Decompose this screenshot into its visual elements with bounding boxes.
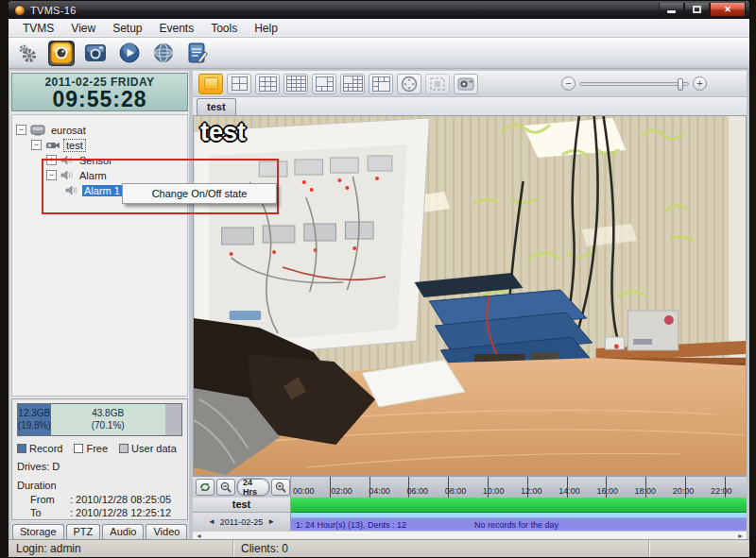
segment-size: 12.3GB	[18, 408, 50, 420]
duration-to-value: : 2010/12/28 12:25:12	[70, 506, 171, 519]
playback-camera-icon[interactable]	[82, 41, 109, 66]
legend-label: Record	[29, 443, 62, 454]
tree-item-camera[interactable]: − test	[31, 138, 187, 152]
fullscreen-button[interactable]	[425, 74, 450, 94]
tree-label-sensor[interactable]: Sensor	[77, 155, 114, 166]
digital-zoom-slider: − +	[561, 76, 707, 91]
zoom-out-icon[interactable]: −	[561, 76, 576, 91]
timeline-ruler[interactable]: 00:0002:0004:0006:0008:0010:0012:0014:00…	[291, 477, 747, 498]
disk-segment	[165, 404, 181, 435]
side-tab[interactable]: Audio	[102, 524, 144, 539]
disk-legend: Record Free User data	[17, 443, 182, 454]
expand-icon[interactable]: +	[46, 155, 57, 165]
main-area: 2011-02-25 FRIDAY 09:55:28 − eurosat −	[9, 69, 749, 539]
hour-label: 10:00	[481, 486, 519, 498]
record-track-bar[interactable]	[291, 498, 747, 513]
collapse-icon[interactable]: −	[16, 125, 26, 135]
tree-label-server[interactable]: eurosat	[49, 125, 88, 136]
layout-2x2-button[interactable]	[227, 74, 251, 94]
hour-label: 06:00	[405, 486, 443, 498]
menu-item[interactable]: Events	[151, 20, 203, 37]
menu-item[interactable]: Setup	[104, 20, 150, 37]
video-display[interactable]: test	[193, 116, 747, 476]
view-tab-test[interactable]: test	[197, 98, 236, 115]
next-day-icon[interactable]: ►	[267, 517, 275, 526]
hour-label: 12:00	[519, 486, 557, 498]
zoom-slider-track[interactable]	[579, 82, 689, 86]
layout-6view-button[interactable]	[312, 74, 336, 94]
tree-label-alarm[interactable]: Alarm	[77, 170, 109, 181]
scroll-right-icon[interactable]: ►	[737, 533, 744, 539]
storage-panel: 12.3GB (19.8%) 43.8GB (70.1%) Record	[11, 398, 188, 520]
collapse-icon[interactable]: −	[31, 140, 42, 150]
duration-title: Duration	[17, 480, 182, 491]
duration-to-label: To	[30, 506, 70, 519]
prev-day-icon[interactable]: ◄	[208, 517, 215, 526]
disk-segment: 12.3GB (19.8%)	[18, 404, 51, 435]
layout-8view-button[interactable]	[369, 74, 393, 94]
scroll-left-icon[interactable]: ◄	[196, 533, 202, 539]
minimize-button[interactable]	[659, 3, 684, 17]
timeline-range-button[interactable]: 24 Hrs	[237, 479, 269, 496]
snapshot-button[interactable]	[454, 74, 478, 94]
segment-size: 43.8GB	[92, 408, 124, 420]
summary-track-bar[interactable]: 1: 24 Hour(s) (13), Dents : 12 No record…	[291, 518, 747, 531]
layout-13view-button[interactable]	[340, 74, 365, 94]
tree-item-sensor[interactable]: + Sensor	[46, 153, 187, 167]
tree-item-server[interactable]: − eurosat	[16, 123, 187, 137]
tree-label-alarm-child[interactable]: Alarm 1	[82, 185, 122, 196]
hour-label: 16:00	[594, 486, 632, 498]
hour-label: 04:00	[367, 486, 404, 498]
timeline-scrollbar[interactable]: ◄ ►	[193, 531, 747, 539]
hour-label: 08:00	[443, 486, 481, 498]
layout-3x3-button[interactable]	[255, 74, 280, 94]
main-toolbar	[9, 38, 749, 69]
app-icon	[14, 5, 26, 16]
layout-single-button[interactable]	[198, 74, 223, 94]
network-globe-icon[interactable]	[150, 41, 177, 66]
collapse-icon[interactable]: −	[46, 170, 57, 180]
right-panel: − + test	[193, 71, 747, 539]
legend-swatch	[74, 444, 83, 453]
context-menu-item-change-state[interactable]: Change On/Off state	[123, 188, 276, 199]
refresh-icon[interactable]	[196, 479, 215, 496]
play-icon[interactable]	[116, 41, 143, 66]
tree-item-alarm[interactable]: − Alarm	[46, 168, 187, 182]
live-view-icon[interactable]	[48, 41, 75, 66]
tree-label-camera[interactable]: test	[64, 140, 85, 151]
side-tab[interactable]: PTZ	[66, 524, 101, 539]
log-edit-icon[interactable]	[184, 41, 211, 66]
disk-usage-bar: 12.3GB (19.8%) 43.8GB (70.1%)	[17, 403, 182, 436]
legend-label: User data	[131, 443, 177, 454]
close-button[interactable]: ✕	[710, 3, 746, 17]
layout-4x4-button[interactable]	[284, 74, 308, 94]
title-bar[interactable]: TVMS-16 ✕	[9, 1, 749, 19]
timeline-zoom-out-icon[interactable]	[216, 479, 235, 496]
menu-item[interactable]: Help	[246, 20, 286, 37]
timeline-controls: 24 Hrs	[193, 477, 291, 498]
menu-item[interactable]: Tools	[202, 20, 246, 37]
menu-item[interactable]: View	[62, 20, 104, 37]
layout-toolbar: − +	[193, 71, 747, 97]
sensor-speaker-icon	[60, 155, 74, 165]
clients-status: Clients: 0	[233, 540, 649, 557]
timeline-camera-label[interactable]: test	[193, 498, 290, 513]
settings-gears-icon[interactable]	[14, 41, 41, 66]
server-icon	[30, 125, 45, 136]
legend-item: Free	[74, 443, 108, 454]
sequence-button[interactable]	[397, 74, 421, 94]
camera-scene	[194, 116, 746, 475]
side-tab[interactable]: Storage	[12, 524, 64, 539]
menu-item[interactable]: TVMS	[14, 20, 62, 37]
timeline-zoom-in-icon[interactable]	[271, 479, 290, 496]
side-tab[interactable]: Video	[146, 524, 187, 539]
desktop-background: TVMS-16 ✕ TVMSViewSetupEventsToolsHelp	[0, 0, 756, 558]
alarm-speaker-icon	[65, 185, 78, 195]
hour-label: 00:00	[291, 486, 329, 498]
zoom-slider-handle[interactable]	[678, 78, 683, 91]
segment-percent: (19.8%)	[18, 420, 51, 432]
zoom-in-icon[interactable]: +	[693, 76, 707, 91]
maximize-button[interactable]	[684, 3, 710, 17]
hour-label: 02:00	[329, 486, 367, 498]
window-title: TVMS-16	[30, 5, 77, 16]
